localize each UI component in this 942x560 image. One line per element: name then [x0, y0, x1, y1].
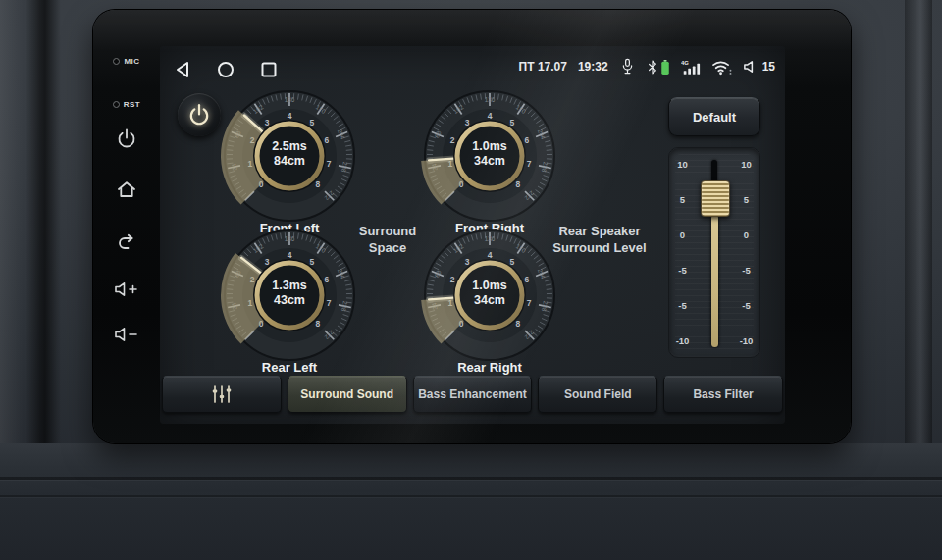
nav-recents-icon — [260, 60, 278, 79]
slider-scale-label: 5 — [738, 194, 755, 205]
knob-label: Rear Right — [416, 360, 563, 375]
head-unit-bezel: MIC RST — [93, 10, 851, 443]
equalizer-icon — [209, 383, 235, 405]
tab-surround-sound[interactable]: Surround Sound — [288, 376, 407, 413]
tab-label: Sound Field — [564, 387, 632, 401]
svg-text:7: 7 — [327, 298, 332, 308]
hardware-back-button[interactable] — [93, 231, 160, 253]
tab-bass-filter[interactable]: Bass Filter — [663, 376, 783, 413]
hardware-button-column: MIC RST — [93, 10, 160, 443]
svg-text:6: 6 — [325, 275, 330, 284]
power-icon — [187, 103, 211, 127]
svg-text:1.0ms: 1.0ms — [472, 139, 506, 153]
svg-text:3: 3 — [465, 118, 470, 127]
svg-text:2.5ms: 2.5ms — [272, 139, 306, 153]
reset-hole[interactable]: RST — [93, 100, 160, 109]
surround-level-slider[interactable]: 1050-5-5-10 1050-5-5-10 — [668, 147, 760, 358]
svg-text:1.0ms: 1.0ms — [472, 279, 506, 292]
tab-label: Surround Sound — [300, 387, 393, 401]
reset-label: RST — [124, 100, 141, 109]
hardware-volume-down-button[interactable] — [93, 326, 160, 343]
volume-down-icon — [113, 326, 140, 343]
bluetooth-icon — [647, 59, 670, 76]
mic-label: MIC — [124, 57, 139, 66]
speaker-icon — [743, 59, 758, 75]
svg-text:7: 7 — [527, 298, 532, 308]
slider-scale-label: -5 — [738, 300, 755, 311]
svg-text:43cm: 43cm — [274, 293, 305, 307]
svg-text:136: 136 — [485, 96, 496, 103]
slider-scale-right: 1050-5-5-10 — [738, 159, 755, 346]
default-button[interactable]: Default — [668, 97, 760, 136]
slider-handle[interactable] — [701, 180, 730, 217]
svg-text:136: 136 — [485, 235, 496, 242]
svg-text:4: 4 — [288, 250, 292, 260]
dashboard-trim-line — [0, 477, 942, 480]
svg-text:5: 5 — [509, 257, 514, 267]
hardware-power-button[interactable] — [93, 127, 160, 149]
slider-scale-label: 10 — [674, 159, 691, 170]
nav-home-button[interactable] — [215, 59, 236, 80]
svg-text:7: 7 — [327, 159, 332, 169]
svg-text:8: 8 — [516, 179, 521, 189]
svg-text:3: 3 — [265, 257, 270, 267]
svg-text:84cm: 84cm — [274, 154, 305, 168]
svg-text:8: 8 — [316, 319, 321, 329]
slider-scale-label: 0 — [674, 229, 691, 240]
tab-sound-field[interactable]: Sound Field — [538, 376, 657, 413]
status-bar: ПТ 17.07 19:32 — [519, 58, 775, 76]
volume-up-icon — [113, 280, 140, 298]
slider-scale-label: -10 — [738, 335, 755, 346]
svg-text:5: 5 — [509, 118, 514, 127]
power-icon — [116, 127, 137, 149]
knob-front-left[interactable]: 01234567834681021361702042382722.5ms84cm… — [216, 88, 363, 235]
battery-icon — [660, 59, 670, 76]
svg-text:8: 8 — [316, 179, 321, 189]
slider-scale-label: -5 — [674, 300, 691, 311]
dashboard-trim-line — [0, 495, 942, 497]
svg-text:4: 4 — [488, 250, 493, 260]
svg-text:4: 4 — [488, 111, 493, 121]
svg-text:6: 6 — [525, 135, 530, 145]
nav-home-icon — [217, 60, 235, 79]
tab-label: Bass Filter — [693, 387, 753, 401]
dashboard-lower-trim — [0, 443, 942, 560]
touchscreen: ПТ 17.07 19:32 — [160, 46, 785, 424]
knob-front-right[interactable]: 01234567834681021361702042382721.0ms34cm… — [416, 88, 563, 235]
tab-label: Bass Enhancement — [418, 387, 527, 401]
svg-text:3: 3 — [465, 257, 470, 267]
slider-scale-label: -10 — [674, 335, 691, 346]
svg-text:3: 3 — [265, 118, 270, 127]
reset-hole-icon — [113, 101, 120, 108]
slider-scale-label: 5 — [674, 194, 691, 205]
bottom-tab-bar: Surround SoundBass EnhancementSound Fiel… — [162, 376, 783, 413]
svg-text:34cm: 34cm — [474, 154, 505, 168]
wifi-icon — [711, 59, 732, 76]
surround-space-label: Surround Space — [329, 224, 446, 257]
svg-text:2: 2 — [450, 135, 455, 145]
nav-back-button[interactable] — [172, 59, 193, 80]
hardware-volume-up-button[interactable] — [93, 280, 160, 298]
nav-back-icon — [174, 60, 191, 79]
hardware-home-button[interactable] — [93, 178, 160, 200]
microphone-icon — [619, 58, 636, 76]
tab-bass-enhancement[interactable]: Bass Enhancement — [413, 376, 533, 413]
home-icon — [115, 178, 138, 200]
svg-text:4: 4 — [288, 111, 292, 121]
svg-text:8: 8 — [516, 319, 521, 329]
slider-track — [711, 215, 718, 347]
tab-equalizer[interactable] — [162, 376, 282, 413]
status-volume-level: 15 — [762, 60, 775, 74]
slider-scale-label: -5 — [738, 265, 755, 276]
signal-icon: 4G — [681, 59, 701, 76]
slider-scale-left: 1050-5-5-10 — [674, 159, 691, 346]
status-time: 19:32 — [578, 60, 608, 74]
svg-text:1.3ms: 1.3ms — [272, 279, 306, 292]
svg-text:6: 6 — [525, 275, 530, 284]
svg-text:136: 136 — [285, 96, 295, 103]
screen-power-button[interactable] — [178, 93, 221, 136]
slider-scale-label: -5 — [674, 265, 691, 276]
slider-scale-label: 0 — [738, 229, 755, 240]
rear-speaker-surround-level-label: Rear Speaker Surround Level — [521, 224, 678, 257]
nav-recents-button[interactable] — [258, 59, 280, 80]
